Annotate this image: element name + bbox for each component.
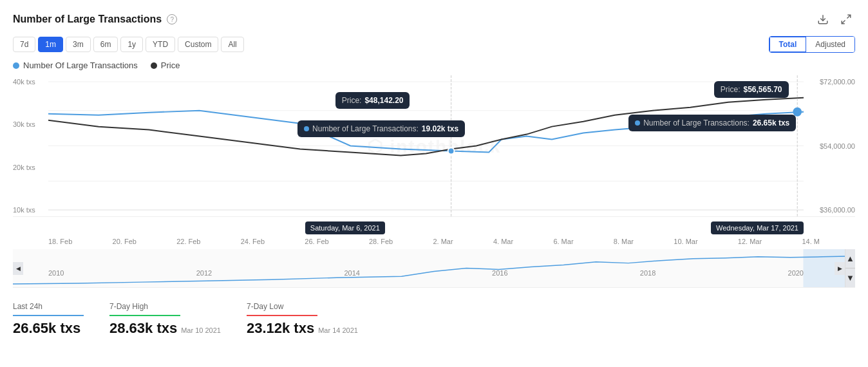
mini-scroll-controls: ▲ ▼ [845,249,855,287]
x-label-12: 14. M [802,238,820,245]
legend-dot-transactions [13,62,19,69]
time-range-buttons: 7d 1m 3m 6m 1y YTD Custom All [13,37,244,52]
year-2012: 2012 [196,269,212,277]
time-btn-custom[interactable]: Custom [178,37,218,52]
stat-7dayhigh-label: 7-Day High [109,302,221,311]
x-label-11: 12. Mar [738,238,762,245]
stat-last24h: Last 24h 26.65k txs [13,302,84,337]
y-label-30k: 30k txs [13,120,48,128]
date-tooltip-mar6: Saturday, Mar 6, 2021 [305,221,385,234]
x-label-7: 4. Mar [493,238,513,245]
x-label-5: 28. Feb [369,238,393,245]
mini-chart[interactable]: 2010 2012 2014 2016 2018 2020 ▲ ▼ ◀ ▶ [13,249,855,288]
stat-last24h-underline [13,315,84,316]
stats-row: Last 24h 26.65k txs 7-Day High 28.63k tx… [13,296,855,343]
time-btn-ytd[interactable]: YTD [146,37,175,52]
x-label-1: 20. Feb [113,238,137,245]
year-2016: 2016 [492,269,507,277]
y-label-10k: 10k txs [13,206,48,214]
y-axis-left: 40k txs 30k txs 20k txs 10k txs [13,75,48,216]
x-label-2: 22. Feb [176,238,200,245]
view-btn-total[interactable]: Total [769,37,807,52]
svg-point-11 [793,108,801,116]
help-icon[interactable]: ? [167,14,177,24]
x-label-0: 18. Feb [48,238,72,245]
time-btn-6m[interactable]: 6m [93,37,118,52]
year-2020: 2020 [788,269,804,277]
download-button[interactable] [814,10,832,28]
time-btn-all[interactable]: All [221,37,243,52]
y-label-20k: 20k txs [13,164,48,171]
stat-7day-high: 7-Day High 28.63k txs Mar 10 2021 [109,302,221,337]
chart-svg-area: Price: $48,142.20 Number of Large Transa… [48,75,804,216]
legend-item-transactions: Number Of Large Transactions [13,61,138,70]
stat-7daylow-underline [247,315,317,316]
x-label-4: 26. Feb [305,238,328,245]
view-btn-adjusted[interactable]: Adjusted [806,37,854,52]
y-label-36k: $36,000.00 [804,206,855,214]
legend-label-price: Price [161,61,180,70]
x-label-6: 2. Mar [433,238,453,245]
scroll-left-btn[interactable]: ◀ [13,262,23,275]
stat-7dayhigh-value: 28.63k txs Mar 10 2021 [109,320,221,337]
time-btn-3m[interactable]: 3m [66,37,91,52]
svg-line-2 [842,21,845,24]
svg-line-1 [847,15,851,18]
stat-7daylow-value: 23.12k txs Mar 14 2021 [247,320,358,337]
stat-7daylow-date: Mar 14 2021 [318,326,358,334]
scroll-right-btn[interactable]: ▶ [835,262,845,275]
year-2010: 2010 [48,269,64,277]
main-chart: ⬡ intothblock 40k txs 30k txs 20k txs 10… [13,75,855,217]
scroll-down-btn[interactable]: ▼ [845,268,855,287]
x-label-9: 8. Mar [614,238,634,245]
y-label-72k: $72,000.00 [804,78,855,86]
time-btn-1m[interactable]: 1m [38,37,63,52]
svg-point-9 [448,147,455,154]
year-2018: 2018 [640,269,656,277]
x-label-3: 24. Feb [241,238,265,245]
stat-last24h-label: Last 24h [13,302,84,311]
view-toggle: Total Adjusted [769,36,855,53]
expand-button[interactable] [837,10,855,28]
y-label-40k: 40k txs [13,78,48,86]
time-btn-1y[interactable]: 1y [120,37,143,52]
legend-item-price: Price [151,61,180,70]
x-label-8: 6. Mar [553,238,573,245]
x-label-10: 10. Mar [674,238,697,245]
legend-label-transactions: Number Of Large Transactions [23,61,138,70]
y-label-54k: $54,000.00 [804,142,855,150]
mini-chart-years: 2010 2012 2014 2016 2018 2020 [48,269,804,277]
stat-7dayhigh-date: Mar 10 2021 [181,326,221,334]
page-title: Number of Large Transactions [13,14,162,25]
stat-7day-low: 7-Day Low 23.12k txs Mar 14 2021 [247,302,358,337]
chart-legend: Number Of Large Transactions Price [13,61,855,70]
price-line [48,98,804,156]
stat-7dayhigh-underline [109,315,180,316]
scroll-up-btn[interactable]: ▲ [845,249,855,268]
stat-7daylow-label: 7-Day Low [247,302,358,311]
time-btn-7d[interactable]: 7d [13,37,35,52]
legend-dot-price [151,62,157,69]
year-2014: 2014 [344,269,359,277]
stat-last24h-value: 26.65k txs [13,320,84,337]
y-axis-right: $72,000.00 $54,000.00 $36,000.00 [804,75,855,216]
x-axis: 18. Feb 20. Feb 22. Feb 24. Feb 26. Feb … [13,235,855,248]
date-tooltip-mar17: Wednesday, Mar 17, 2021 [711,221,804,234]
